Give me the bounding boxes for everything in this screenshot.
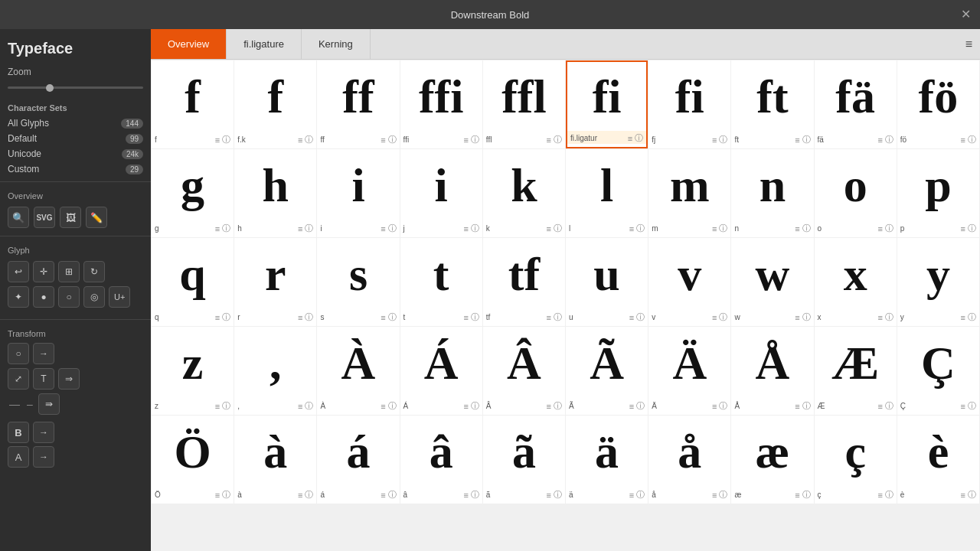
glyph-cell[interactable]: tftf≡ⓘ (483, 238, 565, 326)
tab-fi-ligature[interactable]: fi.ligature (227, 29, 302, 59)
glyph-cell[interactable]: tt≡ⓘ (400, 238, 482, 326)
glyph-menu-icon: ≡ (215, 135, 220, 145)
move-btn[interactable]: ✛ (33, 261, 54, 282)
glyph-cell[interactable]: zz≡ⓘ (152, 327, 234, 415)
glyph-cell[interactable]: ææ≡ⓘ (731, 416, 813, 504)
glyph-cell[interactable]: àà≡ⓘ (234, 416, 316, 504)
arrow-right-btn[interactable]: → (33, 343, 54, 364)
glyph-cell[interactable]: ff≡ⓘ (152, 60, 234, 148)
glyph-cell[interactable]: ÖÖ≡ⓘ (152, 416, 234, 504)
glyph-cell[interactable]: ÄÄ≡ⓘ (648, 327, 730, 415)
glyph-cell[interactable]: ÅÅ≡ⓘ (731, 327, 813, 415)
glyph-cell[interactable]: ää≡ⓘ (566, 416, 648, 504)
glyph-cell[interactable]: ÇÇ≡ⓘ (897, 327, 979, 415)
glyph-cell[interactable]: ll≡ⓘ (566, 149, 648, 237)
glyph-cell[interactable]: qq≡ⓘ (152, 238, 234, 326)
glyph-cell[interactable]: gg≡ⓘ (152, 149, 234, 237)
en-dash-btn[interactable]: – (25, 393, 34, 415)
expand-btn[interactable]: ⤢ (8, 368, 29, 390)
glyph-cell[interactable]: ÀÀ≡ⓘ (317, 327, 399, 415)
glyph-cell[interactable]: yy≡ⓘ (897, 238, 979, 326)
a-arrow-btn[interactable]: → (33, 446, 54, 468)
image-button[interactable]: 🖼 (60, 207, 81, 228)
close-button[interactable]: ✕ (961, 8, 971, 21)
glyph-cell[interactable]: ÃÃ≡ⓘ (566, 327, 648, 415)
triple-arrow-btn[interactable]: ⇛ (38, 393, 60, 415)
glyph-cell[interactable]: rr≡ⓘ (234, 238, 316, 326)
glyph-cell[interactable]: ,,≡ⓘ (234, 327, 316, 415)
glyph-cell[interactable]: xx≡ⓘ (815, 238, 897, 326)
glyph-cell[interactable]: ãã≡ⓘ (483, 416, 565, 504)
title-bar: Downstream Bold ✕ (0, 0, 980, 29)
glyph-cell[interactable]: ffiffi≡ⓘ (400, 60, 482, 148)
glyph-cell[interactable]: pp≡ⓘ (897, 149, 979, 237)
glyph-info-icon: ⓘ (885, 311, 893, 323)
svg-button[interactable]: SVG (34, 207, 55, 228)
search-button[interactable]: 🔍 (8, 207, 29, 228)
sidebar: Typeface Zoom Character Sets All Glyphs … (0, 29, 151, 551)
circle-btn[interactable]: ○ (58, 286, 80, 308)
glyph-name: ä (569, 491, 573, 499)
glyph-cell[interactable]: fifj≡ⓘ (648, 60, 730, 148)
glyph-tool-row-1: ↩ ✛ ⊞ ↻ (8, 261, 143, 282)
glyph-menu-icon: ≡ (215, 491, 220, 500)
glyph-name: Ä (652, 402, 657, 410)
overview-label: Overview (0, 187, 151, 204)
glyph-cell[interactable]: fifi.ligatur≡ⓘ (566, 60, 648, 148)
glyph-name: l (569, 224, 570, 233)
glyph-character: ff (317, 60, 399, 132)
circle-fill-btn[interactable]: ● (33, 286, 54, 308)
a-btn[interactable]: A (8, 446, 29, 468)
glyph-cell[interactable]: kk≡ⓘ (483, 149, 565, 237)
dash-btn[interactable]: — (8, 393, 21, 415)
sidebar-item-unicode[interactable]: Unicode 24k (0, 146, 151, 161)
circle-dot-btn[interactable]: ◎ (83, 286, 105, 308)
glyph-cell[interactable]: ââ≡ⓘ (400, 416, 482, 504)
arrow-right2-btn[interactable]: ⇒ (58, 368, 80, 390)
edit-button[interactable]: ✏️ (86, 207, 107, 228)
glyph-cell[interactable]: hh≡ⓘ (234, 149, 316, 237)
glyph-cell[interactable]: uu≡ⓘ (566, 238, 648, 326)
glyph-cell[interactable]: áá≡ⓘ (317, 416, 399, 504)
glyph-cell[interactable]: ww≡ⓘ (731, 238, 813, 326)
glyph-menu-icon: ≡ (547, 224, 551, 233)
glyph-cell[interactable]: ffff≡ⓘ (317, 60, 399, 148)
glyph-cell[interactable]: vv≡ⓘ (648, 238, 730, 326)
component-btn[interactable]: ⊞ (58, 261, 80, 282)
glyph-cell[interactable]: ÂÂ≡ⓘ (483, 327, 565, 415)
tab-overview[interactable]: Overview (151, 29, 227, 59)
bold-arrow-btn[interactable]: → (33, 422, 54, 443)
sidebar-item-custom[interactable]: Custom 29 (0, 161, 151, 177)
glyph-cell[interactable]: ss≡ⓘ (317, 238, 399, 326)
glyph-cell[interactable]: ftft≡ⓘ (731, 60, 813, 148)
glyph-cell[interactable]: çç≡ⓘ (815, 416, 897, 504)
glyph-cell[interactable]: fäfä≡ⓘ (815, 60, 897, 148)
glyph-cell[interactable]: nn≡ⓘ (731, 149, 813, 237)
glyph-cell[interactable]: åå≡ⓘ (648, 416, 730, 504)
sidebar-item-all-glyphs[interactable]: All Glyphs 144 (0, 116, 151, 131)
glyph-cell[interactable]: èè≡ⓘ (897, 416, 979, 504)
hamburger-icon[interactable]: ≡ (965, 37, 972, 51)
sidebar-item-default[interactable]: Default 99 (0, 131, 151, 146)
glyph-cell[interactable]: ii≡ⓘ (317, 149, 399, 237)
tab-kerning[interactable]: Kerning (302, 29, 371, 59)
glyph-name: ã (486, 491, 491, 499)
glyph-cell[interactable]: ÁÁ≡ⓘ (400, 327, 482, 415)
bold-btn[interactable]: B (8, 422, 29, 443)
zoom-slider[interactable] (8, 86, 143, 89)
glyph-cell[interactable]: föfö≡ⓘ (897, 60, 979, 148)
glyph-cell[interactable]: mm≡ⓘ (648, 149, 730, 237)
undo-btn[interactable]: ↩ (8, 261, 29, 282)
uplus-btn[interactable]: U+ (109, 286, 130, 308)
glyph-cell[interactable]: oo≡ⓘ (815, 149, 897, 237)
glyph-cell[interactable]: ff.k≡ⓘ (234, 60, 316, 148)
star-btn[interactable]: ✦ (8, 286, 29, 308)
rotate-btn[interactable]: ↻ (83, 261, 105, 282)
glyph-cell[interactable]: fflffl≡ⓘ (483, 60, 565, 148)
text-btn[interactable]: T (33, 368, 54, 390)
glyph-menu-icon: ≡ (629, 491, 634, 500)
glyph-menu-icon: ≡ (463, 135, 468, 145)
glyph-cell[interactable]: ij≡ⓘ (400, 149, 482, 237)
circle-outline-btn[interactable]: ○ (8, 343, 29, 364)
glyph-cell[interactable]: ÆÆ≡ⓘ (815, 327, 897, 415)
